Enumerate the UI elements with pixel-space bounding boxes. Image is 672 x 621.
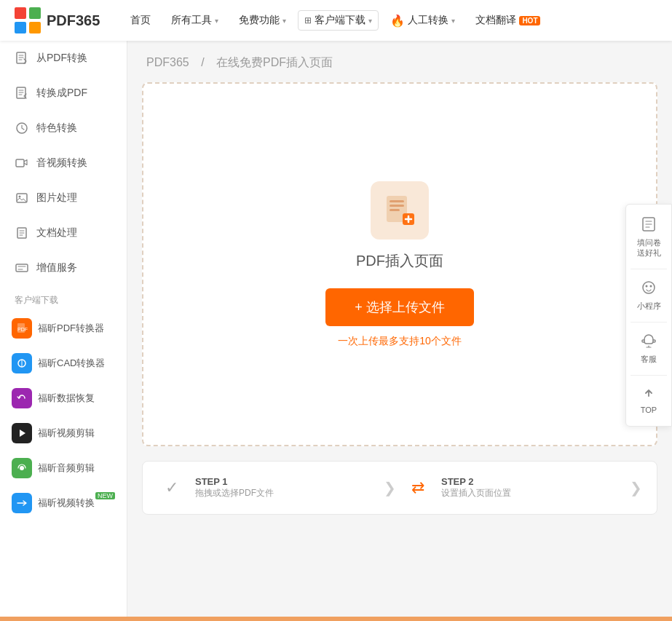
sidebar-item-special[interactable]: 特色转换 [0,111,127,146]
video-edit-app-icon [12,423,32,443]
sidebar-app-cad[interactable]: 福昕CAD转换器 [0,346,127,381]
step1-desc: 拖拽或选择PDF文件 [195,487,274,499]
audio-edit-app-name: 福昕音频剪辑 [38,462,95,475]
top-label: TOP [641,406,657,414]
special-icon [15,121,29,135]
upload-icon-box [371,181,429,240]
hot-badge: HOT [519,16,540,25]
sidebar-app-recovery[interactable]: 福昕数据恢复 [0,381,127,416]
svg-rect-21 [390,209,400,211]
svg-point-26 [650,285,652,287]
svg-rect-2 [15,22,26,33]
rp-miniapp[interactable]: 小程序 [626,274,671,317]
bottom-scroll-bar[interactable] [0,617,672,621]
fire-icon: 🔥 [390,14,405,28]
sidebar-app-pdf[interactable]: PDF 福昕PDF转换器 [0,311,127,346]
video-icon [15,156,29,170]
sidebar-item-image[interactable]: 图片处理 [0,181,127,215]
svg-rect-0 [15,7,26,19]
nav-tools-arrow: ▾ [215,17,218,25]
step1-num: STEP 1 [195,476,274,487]
nav-home[interactable]: 首页 [122,9,159,31]
miniapp-label: 小程序 [637,301,661,312]
pdf-app-icon: PDF [12,318,32,339]
doc-icon [15,226,29,240]
upload-area[interactable]: PDF插入页面 + 选择上传文件 一次上传最多支持10个文件 [142,82,657,446]
sidebar-app-video-edit[interactable]: 福昕视频剪辑 [0,416,127,451]
step-arrow-2: ❯ [630,479,642,497]
layout: 从PDF转换 转换成PDF 特色转换 [0,41,672,621]
cad-app-name: 福昕CAD转换器 [38,357,105,370]
nav-free[interactable]: 免费功能 ▾ [230,9,295,31]
breadcrumb-sep: / [201,56,207,68]
from-pdf-icon [15,51,29,66]
logo[interactable]: PDF365 [15,7,100,33]
cad-app-icon [12,353,32,373]
svg-point-9 [19,196,21,198]
header: PDF365 首页 所有工具 ▾ 免费功能 ▾ ⊞ 客户端下载 ▾ 🔥 人工转换… [0,0,672,41]
svg-rect-20 [390,205,404,207]
to-pdf-icon [15,86,29,100]
nav-translate[interactable]: 文档翻译 HOT [467,9,549,31]
upload-button[interactable]: + 选择上传文件 [325,288,474,326]
svg-text:PDF: PDF [17,327,28,332]
rp-survey[interactable]: 填问卷送好礼 [626,210,671,264]
video-edit-app-name: 福昕视频剪辑 [38,427,95,440]
steps: ✓ STEP 1 拖拽或选择PDF文件 ❯ ⇄ STEP 2 设置插入页面位置 … [142,461,657,515]
survey-label: 填问卷送好礼 [637,237,661,258]
step2-num: STEP 2 [441,476,511,487]
nav-human-arrow: ▾ [451,17,455,25]
sidebar-item-doc[interactable]: 文档处理 [0,215,127,250]
recovery-app-icon [12,388,32,408]
sidebar-item-video[interactable]: 音视频转换 [0,146,127,181]
rp-divider-3 [631,375,667,376]
download-icon: ⊞ [304,15,312,25]
video-convert-app-icon [12,493,32,513]
nav-tools[interactable]: 所有工具 ▾ [162,9,227,31]
nav-human[interactable]: 🔥 人工转换 ▾ [382,9,464,32]
rp-service[interactable]: 客服 [626,327,671,371]
svg-rect-7 [16,159,24,167]
rp-divider-1 [631,269,667,269]
upload-hint: 一次上传最多支持10个文件 [338,335,462,348]
sidebar-item-to-pdf[interactable]: 转换成PDF [0,76,127,111]
pdf-app-name: 福昕PDF转换器 [38,322,104,335]
nav-free-arrow: ▾ [282,17,286,25]
sidebar-app-video-convert[interactable]: 福昕视频转换 NEW [0,486,127,521]
sidebar: 从PDF转换 转换成PDF 特色转换 [0,41,127,621]
sidebar-item-vip[interactable]: 增值服务 [0,250,127,285]
service-icon [641,333,657,352]
upload-title: PDF插入页面 [356,251,443,271]
rp-divider-2 [631,322,667,323]
svg-rect-1 [29,7,41,19]
nav: 首页 所有工具 ▾ 免费功能 ▾ ⊞ 客户端下载 ▾ 🔥 人工转换 ▾ 文档翻译… [122,9,657,32]
new-badge: NEW [95,492,115,499]
svg-point-25 [646,285,648,287]
svg-point-17 [20,466,24,470]
main-content: PDF365 / 在线免费PDF插入页面 PDF插入页面 + 选择上传文件 一次 [127,41,672,621]
right-panel: 填问卷送好礼 小程序 客服 TOP [625,204,672,427]
service-label: 客服 [641,354,657,365]
svg-marker-16 [20,430,25,437]
svg-point-24 [643,282,655,293]
step-1: ✓ STEP 1 拖拽或选择PDF文件 [157,473,376,502]
sidebar-section-download: 客户端下载 [0,285,127,311]
rp-top[interactable]: TOP [626,380,671,420]
step2-icon: ⇄ [403,473,432,502]
step-2: ⇄ STEP 2 设置插入页面位置 [403,473,622,502]
step1-icon: ✓ [157,473,186,502]
step1-text: STEP 1 拖拽或选择PDF文件 [195,476,274,499]
sidebar-item-from-pdf[interactable]: 从PDF转换 [0,41,127,76]
nav-download[interactable]: ⊞ 客户端下载 ▾ [298,10,379,31]
svg-rect-19 [390,200,404,202]
sidebar-app-audio-edit[interactable]: 福昕音频剪辑 [0,451,127,486]
miniapp-icon [641,280,657,299]
breadcrumb: PDF365 / 在线免费PDF插入页面 [142,55,657,71]
vip-icon [15,261,29,275]
top-icon [641,386,656,404]
step-arrow-1: ❯ [384,479,396,497]
svg-rect-11 [16,264,28,272]
svg-rect-3 [29,22,41,33]
step2-desc: 设置插入页面位置 [441,487,511,499]
step2-text: STEP 2 设置插入页面位置 [441,476,511,499]
